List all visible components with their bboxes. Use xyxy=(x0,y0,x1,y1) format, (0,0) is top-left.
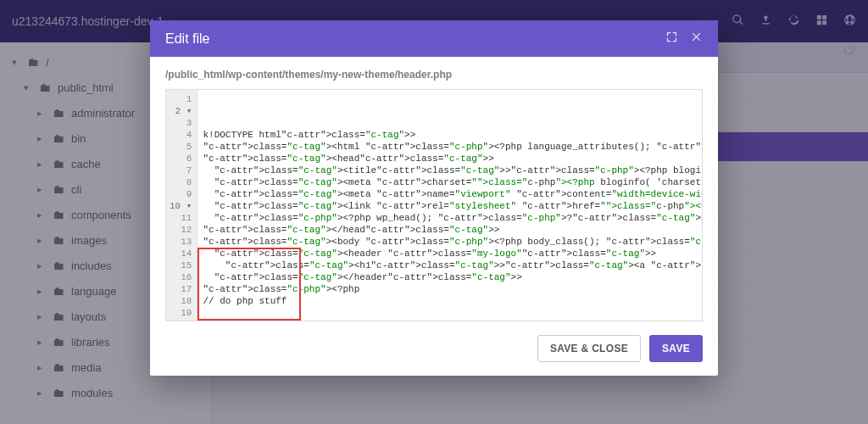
modal-header: Edit file xyxy=(150,20,718,57)
modal-footer: SAVE & CLOSE SAVE xyxy=(150,326,718,376)
code-editor[interactable]: 12 ▾345678910 ▾111213141516171819 k!DOCT… xyxy=(165,89,703,321)
modal-backdrop: Edit file /public_html/wp-content/themes… xyxy=(0,0,868,424)
fullscreen-icon[interactable] xyxy=(665,31,678,47)
modal-title: Edit file xyxy=(165,31,209,47)
save-close-button[interactable]: SAVE & CLOSE xyxy=(537,335,641,362)
save-button[interactable]: SAVE xyxy=(649,335,703,362)
close-icon[interactable] xyxy=(690,31,703,47)
file-path: /public_html/wp-content/themes/my-new-th… xyxy=(165,69,703,81)
edit-file-modal: Edit file /public_html/wp-content/themes… xyxy=(150,20,718,376)
code-content[interactable]: k!DOCTYPE html"c-attr">class="c-tag">> "… xyxy=(203,129,697,321)
